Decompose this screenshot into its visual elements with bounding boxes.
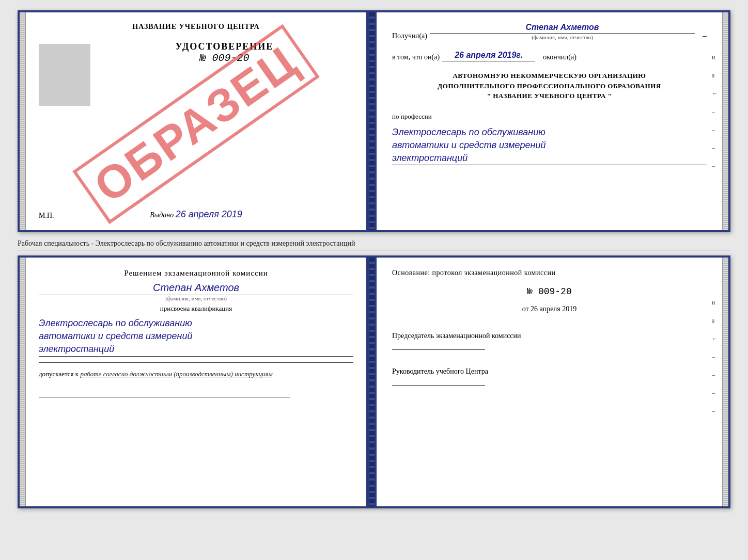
basis-label: Основание: протокол экзаменационной коми… — [392, 268, 707, 278]
top-doc-right: Получил(а) Степан Ахметов (фамилия, имя,… — [377, 12, 722, 230]
protocol-number: № 009-20 — [392, 286, 707, 297]
page-edge-right-bottom — [722, 258, 728, 506]
photo-area — [39, 44, 90, 106]
top-document: НАЗВАНИЕ УЧЕБНОГО ЦЕНТРА УДОСТОВЕРЕНИЕ №… — [18, 10, 730, 232]
vtom-label: в том, что он(а) — [392, 53, 440, 61]
issued-line: Выдано 26 апреля 2019 — [39, 209, 353, 220]
permit-value: работе согласно должностным (производств… — [80, 370, 272, 378]
bottom-document: Решением экзаменационной комиссии Степан… — [18, 255, 730, 508]
cert-number: № 009-20 — [199, 52, 249, 64]
mp-label: М.П. — [39, 212, 54, 220]
received-label: Получил(а) — [392, 32, 427, 40]
assigned-label: присвоена квалификация — [39, 305, 353, 313]
org-line3: " НАЗВАНИЕ УЧЕБНОГО ЦЕНТРА " — [392, 91, 707, 101]
org-line2: ДОПОЛНИТЕЛЬНОГО ПРОФЕССИОНАЛЬНОГО ОБРАЗО… — [392, 81, 707, 91]
bottom-fio-label: (фамилия, имя, отчество) — [39, 295, 353, 301]
head-label: Руководитель учебного Центра — [392, 366, 707, 377]
vtom-date: 26 апреля 2019г. — [442, 51, 535, 61]
issued-date: 26 апреля 2019 — [176, 209, 242, 219]
org-title: НАЗВАНИЕ УЧЕБНОГО ЦЕНТРА — [132, 23, 259, 31]
fio-sub-label: (фамилия, имя, отчество) — [430, 34, 695, 40]
side-marks-bottom: иа←–––– — [712, 299, 718, 415]
bottom-person-name: Степан Ахметов — [39, 282, 353, 295]
prof-line1: Электрослесарь по обслуживанию — [392, 127, 546, 137]
permit-prefix: допускается к — [39, 370, 79, 378]
top-doc-left: НАЗВАНИЕ УЧЕБНОГО ЦЕНТРА УДОСТОВЕРЕНИЕ №… — [26, 12, 367, 230]
spine-top — [367, 12, 377, 230]
qual-line3: электростанций — [39, 344, 114, 354]
bottom-name-area: Степан Ахметов (фамилия, имя, отчество) — [39, 282, 353, 301]
head-sig-line — [392, 385, 485, 386]
okoncil-label: окончил(а) — [543, 53, 576, 61]
spine-bottom — [367, 258, 377, 506]
page-edge-left — [20, 12, 26, 230]
section-title: Решением экзаменационной комиссии — [39, 268, 353, 279]
org-line1: АВТОНОМНУЮ НЕКОММЕРЧЕСКУЮ ОРГАНИЗАЦИЮ — [392, 71, 707, 81]
profession-value: Электрослесарь по обслуживанию автоматик… — [392, 126, 707, 166]
page-edge-left-bottom — [20, 258, 26, 506]
qual-line1: Электрослесарь по обслуживанию — [39, 318, 192, 328]
chairman-sig-line — [392, 349, 485, 350]
side-marks-top: иа←–––– — [712, 54, 718, 170]
page-edge-right — [722, 12, 728, 230]
issued-label: Выдано — [150, 211, 174, 219]
qual-line2: автоматики и средств измерений — [39, 331, 193, 341]
permit-line: допускается к работе согласно должностны… — [39, 370, 353, 378]
protocol-date: от 26 апреля 2019 — [392, 305, 707, 313]
profession-label: по профессии — [392, 113, 707, 121]
prof-line3: электростанций — [392, 153, 467, 163]
qualification-value: Электрослесарь по обслуживанию автоматик… — [39, 317, 353, 357]
prof-line2: автоматики и средств измерений — [392, 140, 546, 150]
cert-label: УДОСТОВЕРЕНИЕ — [176, 41, 274, 52]
specialty-text: Рабочая специальность - Электрослесарь п… — [18, 237, 730, 250]
chairman-label: Председатель экзаменационной комиссии — [392, 330, 707, 341]
received-name: Степан Ахметов — [430, 23, 695, 34]
bottom-doc-left: Решением экзаменационной комиссии Степан… — [26, 258, 367, 506]
org-description: АВТОНОМНУЮ НЕКОММЕРЧЕСКУЮ ОРГАНИЗАЦИЮ ДО… — [392, 71, 707, 101]
received-line: Получил(а) Степан Ахметов (фамилия, имя,… — [392, 23, 707, 40]
vtom-line: в том, что он(а) 26 апреля 2019г. окончи… — [392, 51, 707, 61]
bottom-doc-right: Основание: протокол экзаменационной коми… — [377, 258, 722, 506]
